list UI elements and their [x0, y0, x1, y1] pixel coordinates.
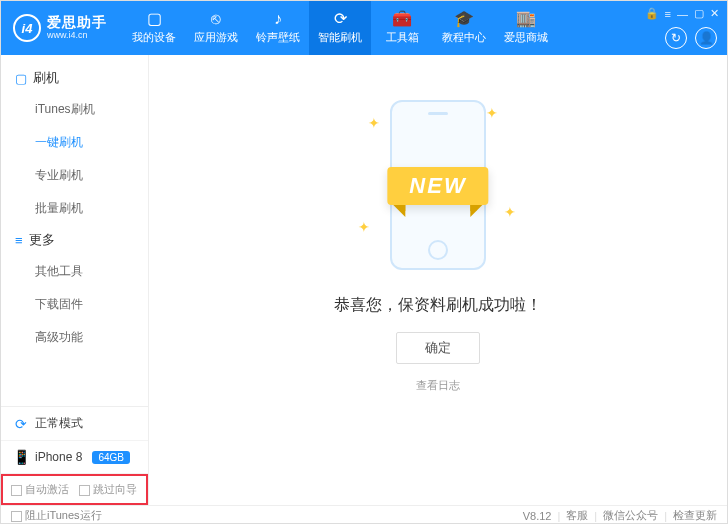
success-illustration: ✦ ✦ ✦ ✦ NEW	[338, 95, 538, 275]
view-log-link[interactable]: 查看日志	[416, 378, 460, 393]
refresh-button[interactable]: ↻	[665, 27, 687, 49]
skip-guide-checkbox[interactable]: 跳过向导	[79, 482, 137, 497]
flash-icon: ⟳	[334, 11, 347, 27]
more-icon: ≡	[15, 233, 23, 248]
checkbox-icon	[79, 485, 90, 496]
sidebar: ▢ 刷机 iTunes刷机 一键刷机 专业刷机 批量刷机 ≡ 更多 其他工具 下…	[1, 55, 149, 505]
close-button[interactable]: ✕	[710, 7, 719, 20]
header-tabs: ▢我的设备 ⎋应用游戏 ♪铃声壁纸 ⟳智能刷机 🧰工具箱 🎓教程中心 🏬爱思商城	[123, 1, 557, 55]
tab-smart-flash[interactable]: ⟳智能刷机	[309, 1, 371, 55]
device-icon: ▢	[147, 11, 162, 27]
checkbox-label: 自动激活	[25, 483, 69, 495]
phone-icon: 📱	[13, 449, 29, 465]
checkbox-label: 阻止iTunes运行	[25, 509, 102, 521]
mode-label: 正常模式	[35, 415, 83, 432]
sidebar-group-flash: ▢ 刷机	[1, 63, 148, 93]
sidebar-item-advanced[interactable]: 高级功能	[1, 321, 148, 354]
footer-bar: 阻止iTunes运行 V8.12 | 客服 | 微信公众号 | 检查更新	[1, 505, 727, 524]
sidebar-group-label: 更多	[29, 231, 55, 249]
tab-tutorials[interactable]: 🎓教程中心	[433, 1, 495, 55]
wechat-link[interactable]: 微信公众号	[603, 508, 658, 523]
tab-label: 爱思商城	[504, 30, 548, 45]
sidebar-item-oneclick-flash[interactable]: 一键刷机	[1, 126, 148, 159]
checkbox-label: 跳过向导	[93, 483, 137, 495]
options-highlight-box: 自动激活 跳过向导	[1, 474, 148, 505]
apps-icon: ⎋	[211, 11, 221, 27]
sidebar-item-pro-flash[interactable]: 专业刷机	[1, 159, 148, 192]
tab-apps-games[interactable]: ⎋应用游戏	[185, 1, 247, 55]
tab-label: 我的设备	[132, 30, 176, 45]
check-update-link[interactable]: 检查更新	[673, 508, 717, 523]
checkbox-icon	[11, 511, 22, 522]
ringtone-icon: ♪	[274, 11, 282, 27]
sparkle-icon: ✦	[504, 204, 516, 220]
version-label: V8.12	[523, 510, 552, 522]
app-title: 爱思助手	[47, 15, 107, 30]
device-name: iPhone 8	[35, 450, 82, 464]
header-circle-buttons: ↻ 👤	[665, 27, 717, 49]
sparkle-icon: ✦	[358, 219, 370, 235]
window-controls: 🔒 ≡ — ▢ ✕	[645, 7, 719, 20]
phone-icon: ▢	[15, 71, 27, 86]
tab-ringtone-wallpaper[interactable]: ♪铃声壁纸	[247, 1, 309, 55]
sparkle-icon: ✦	[368, 115, 380, 131]
lock-icon[interactable]: 🔒	[645, 7, 659, 20]
sidebar-group-more: ≡ 更多	[1, 225, 148, 255]
mode-icon: ⟳	[13, 416, 29, 432]
tab-store[interactable]: 🏬爱思商城	[495, 1, 557, 55]
minimize-button[interactable]: —	[677, 8, 688, 20]
support-link[interactable]: 客服	[566, 508, 588, 523]
tab-my-device[interactable]: ▢我的设备	[123, 1, 185, 55]
menu-icon[interactable]: ≡	[665, 8, 671, 20]
tab-label: 工具箱	[386, 30, 419, 45]
app-subtitle: www.i4.cn	[47, 31, 107, 41]
sidebar-item-itunes-flash[interactable]: iTunes刷机	[1, 93, 148, 126]
app-header: i4 爱思助手 www.i4.cn ▢我的设备 ⎋应用游戏 ♪铃声壁纸 ⟳智能刷…	[1, 1, 727, 55]
sidebar-item-other-tools[interactable]: 其他工具	[1, 255, 148, 288]
user-button[interactable]: 👤	[695, 27, 717, 49]
success-message: 恭喜您，保资料刷机成功啦！	[334, 295, 542, 316]
device-row[interactable]: 📱 iPhone 8 64GB	[1, 441, 148, 474]
auto-activate-checkbox[interactable]: 自动激活	[11, 482, 69, 497]
store-icon: 🏬	[516, 11, 536, 27]
app-logo: i4 爱思助手 www.i4.cn	[13, 14, 123, 42]
tab-label: 应用游戏	[194, 30, 238, 45]
logo-icon: i4	[13, 14, 41, 42]
tab-label: 铃声壁纸	[256, 30, 300, 45]
tab-toolbox[interactable]: 🧰工具箱	[371, 1, 433, 55]
separator: |	[594, 510, 597, 522]
tab-label: 智能刷机	[318, 30, 362, 45]
toolbox-icon: 🧰	[392, 11, 412, 27]
tutorial-icon: 🎓	[454, 11, 474, 27]
device-mode-row[interactable]: ⟳ 正常模式	[1, 407, 148, 441]
new-ribbon: NEW	[387, 167, 488, 205]
tab-label: 教程中心	[442, 30, 486, 45]
checkbox-icon	[11, 485, 22, 496]
main-panel: ✦ ✦ ✦ ✦ NEW 恭喜您，保资料刷机成功啦！ 确定 查看日志	[149, 55, 727, 505]
separator: |	[557, 510, 560, 522]
block-itunes-checkbox[interactable]: 阻止iTunes运行	[11, 508, 102, 523]
sparkle-icon: ✦	[486, 105, 498, 121]
maximize-button[interactable]: ▢	[694, 7, 704, 20]
separator: |	[664, 510, 667, 522]
storage-badge: 64GB	[92, 451, 130, 464]
sidebar-item-download-firmware[interactable]: 下载固件	[1, 288, 148, 321]
ok-button[interactable]: 确定	[396, 332, 480, 364]
sidebar-group-label: 刷机	[33, 69, 59, 87]
sidebar-item-batch-flash[interactable]: 批量刷机	[1, 192, 148, 225]
